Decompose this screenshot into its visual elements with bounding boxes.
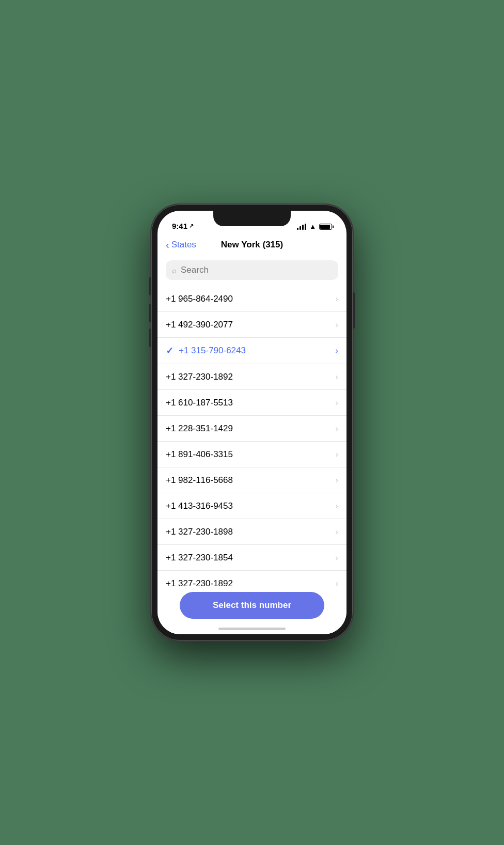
phone-number: +1 610-187-5513: [166, 398, 233, 408]
page-title: New York (315): [221, 240, 283, 250]
chevron-right-icon: ›: [335, 527, 338, 537]
phone-list: +1 965-864-2490›+1 492-390-2077›✓+1 315-…: [158, 286, 346, 634]
phone-number: +1 413-316-9453: [166, 501, 233, 511]
list-item[interactable]: ✓+1 315-790-6243›: [158, 338, 346, 364]
phone-number: +1 965-864-2490: [166, 294, 233, 304]
phone-screen: 9:41 ↗ ▲ ‹ States Ne: [158, 211, 346, 634]
bottom-bar: Select this number: [158, 586, 346, 634]
list-item[interactable]: +1 965-864-2490›: [158, 286, 346, 312]
item-left: +1 492-390-2077: [166, 320, 233, 330]
list-item[interactable]: +1 982-116-5668›: [158, 467, 346, 493]
chevron-right-icon: ›: [335, 398, 338, 408]
nav-bar: ‹ States New York (315): [158, 233, 346, 256]
search-bar[interactable]: ⌕: [166, 260, 338, 280]
signal-icon: [297, 224, 306, 230]
phone-number: +1 228-351-1429: [166, 424, 233, 434]
notch: [213, 211, 291, 226]
item-left: +1 891-406-3315: [166, 449, 233, 460]
select-number-button[interactable]: Select this number: [180, 592, 324, 619]
list-item[interactable]: +1 327-230-1898›: [158, 519, 346, 545]
chevron-right-icon: ›: [335, 294, 338, 304]
list-item[interactable]: +1 891-406-3315›: [158, 442, 346, 467]
phone-number: +1 492-390-2077: [166, 320, 233, 330]
search-input[interactable]: [181, 265, 332, 275]
search-icon: ⌕: [172, 266, 177, 275]
item-left: +1 413-316-9453: [166, 501, 233, 511]
list-item[interactable]: +1 610-187-5513›: [158, 390, 346, 416]
list-item[interactable]: +1 327-230-1892›: [158, 364, 346, 390]
chevron-right-icon: ›: [335, 346, 338, 356]
phone-number: +1 982-116-5668: [166, 475, 233, 486]
chevron-right-icon: ›: [335, 501, 338, 511]
chevron-right-icon: ›: [335, 449, 338, 460]
item-left: +1 327-230-1854: [166, 553, 233, 563]
phone-number: +1 315-790-6243: [179, 346, 246, 356]
list-item[interactable]: +1 327-230-1854›: [158, 545, 346, 571]
phone-number: +1 327-230-1892: [166, 372, 233, 382]
list-item[interactable]: +1 492-390-2077›: [158, 312, 346, 338]
list-item[interactable]: +1 413-316-9453›: [158, 493, 346, 519]
battery-icon: [319, 224, 332, 230]
checkmark-icon: ✓: [166, 345, 174, 356]
status-icons: ▲: [297, 223, 332, 230]
back-button[interactable]: ‹ States: [166, 240, 196, 250]
location-arrow-icon: ↗: [189, 223, 194, 229]
search-container: ⌕: [158, 256, 346, 286]
phone-number: +1 327-230-1898: [166, 527, 233, 537]
list-item[interactable]: +1 228-351-1429›: [158, 416, 346, 442]
home-indicator: [218, 628, 286, 630]
item-left: +1 982-116-5668: [166, 475, 233, 486]
item-left: +1 327-230-1892: [166, 372, 233, 382]
phone-device: 9:41 ↗ ▲ ‹ States Ne: [151, 205, 353, 640]
chevron-right-icon: ›: [335, 372, 338, 382]
phone-number: +1 891-406-3315: [166, 449, 233, 460]
item-left: +1 610-187-5513: [166, 398, 233, 408]
item-left: +1 228-351-1429: [166, 424, 233, 434]
chevron-right-icon: ›: [335, 424, 338, 434]
status-time: 9:41 ↗: [172, 222, 194, 230]
wifi-icon: ▲: [309, 223, 316, 230]
chevron-right-icon: ›: [335, 553, 338, 563]
back-chevron-icon: ‹: [166, 240, 169, 250]
phone-number: +1 327-230-1854: [166, 553, 233, 563]
chevron-right-icon: ›: [335, 475, 338, 486]
item-left: +1 327-230-1898: [166, 527, 233, 537]
item-left: +1 965-864-2490: [166, 294, 233, 304]
chevron-right-icon: ›: [335, 320, 338, 330]
item-left: ✓+1 315-790-6243: [166, 345, 246, 356]
back-label: States: [171, 240, 196, 250]
